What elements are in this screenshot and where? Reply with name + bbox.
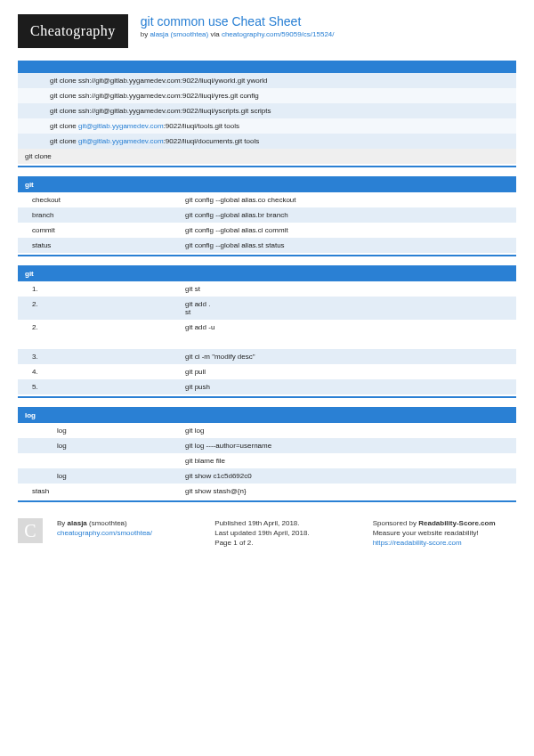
log-label: log bbox=[25, 427, 185, 435]
table-row: 2.git add -u bbox=[18, 320, 516, 349]
step-cmd: git push bbox=[185, 383, 509, 391]
table-row: statusgit config --global alias.st statu… bbox=[18, 238, 516, 253]
footer-meta-block: Published 19th April, 2018. Last updated… bbox=[214, 518, 358, 549]
section-clone: git clone ssh://git@gitlab.yygamedev.com… bbox=[18, 61, 516, 167]
table-row: loggit log bbox=[18, 423, 516, 438]
page-footer: C By alasja (smoothtea) cheatography.com… bbox=[18, 511, 516, 549]
alias-name: checkout bbox=[25, 196, 185, 204]
clone-link[interactable]: git@gitlab.yygamedev.com bbox=[78, 122, 164, 130]
page-number: Page 1 of 2. bbox=[214, 538, 358, 548]
step-num: 1. bbox=[25, 285, 185, 293]
section-git-alias: git checkoutgit config --global alias.co… bbox=[18, 176, 516, 256]
sponsor-desc: Measure your website readability! bbox=[373, 528, 516, 538]
log-label bbox=[25, 457, 185, 465]
clone-post: :9022/liuqi/tools.git tools bbox=[164, 122, 239, 130]
table-row: git blame file bbox=[18, 453, 516, 468]
table-row: commitgit config --global alias.ci commi… bbox=[18, 223, 516, 238]
clone-row: git clone git@gitlab.yygamedev.com:9022/… bbox=[18, 118, 516, 134]
step-num: 5. bbox=[25, 383, 185, 391]
clone-pre: git clone bbox=[50, 122, 78, 130]
table-row: branchgit config --global alias.br branc… bbox=[18, 207, 516, 223]
table-row: checkoutgit config --global alias.co che… bbox=[18, 192, 516, 207]
sponsor-name: Readability-Score.com bbox=[418, 519, 495, 527]
step-cmd: git pull bbox=[185, 368, 509, 376]
step-cmd: git add -u bbox=[185, 323, 509, 331]
alias-cmd: git config --global alias.br branch bbox=[185, 211, 509, 219]
alias-name: status bbox=[25, 241, 185, 249]
author-link[interactable]: alasja (smoothtea) bbox=[150, 30, 208, 38]
source-url-link[interactable]: cheatography.com/59059/cs/15524/ bbox=[222, 30, 335, 38]
section-footer-note: git clone bbox=[18, 149, 516, 164]
sponsor-label: Sponsored by bbox=[373, 519, 419, 527]
section-heading-empty bbox=[18, 61, 516, 73]
clone-text: git clone ssh://git@gitlab.yygamedev.com… bbox=[25, 107, 271, 115]
alias-cmd: git config --global alias.ci commit bbox=[185, 226, 509, 234]
alias-cmd: git config --global alias.st status bbox=[185, 241, 509, 249]
clone-row: git clone ssh://git@gitlab.yygamedev.com… bbox=[18, 103, 516, 118]
step-cmd: git st bbox=[185, 285, 509, 293]
table-row: 4.git pull bbox=[18, 364, 516, 379]
step-cmd: git ci -m "modify desc" bbox=[185, 353, 509, 361]
clone-text: git clone ssh://git@gitlab.yygamedev.com… bbox=[25, 92, 259, 100]
table-row: 5.git push bbox=[18, 379, 516, 394]
table-row: 1.git st bbox=[18, 281, 516, 297]
clone-text: git clone ssh://git@gitlab.yygamedev.com… bbox=[25, 77, 268, 85]
log-cmd: git log ----author=username bbox=[185, 442, 509, 450]
clone-row: git clone ssh://git@gitlab.yygamedev.com… bbox=[18, 88, 516, 103]
footer-author-paren: (smoothtea) bbox=[87, 519, 127, 527]
table-row: stashgit show stash@{n} bbox=[18, 484, 516, 499]
log-cmd: git blame file bbox=[185, 457, 509, 465]
log-label: log bbox=[25, 442, 185, 450]
step-num: 2. bbox=[25, 300, 185, 316]
footer-sponsor-block: Sponsored by Readability-Score.com Measu… bbox=[373, 518, 516, 549]
byline-via: via bbox=[208, 30, 222, 38]
clone-row: git clone git@gitlab.yygamedev.com:9022/… bbox=[18, 134, 516, 149]
alias-cmd: git config --global alias.co checkout bbox=[185, 196, 509, 204]
by-label: By bbox=[57, 519, 68, 527]
avatar: C bbox=[18, 518, 43, 543]
step-num: 4. bbox=[25, 368, 185, 376]
sponsor-link[interactable]: https://readability-score.com bbox=[373, 539, 462, 547]
log-cmd: git show c1c5d692c0 bbox=[185, 472, 509, 480]
table-row: 3.git ci -m "modify desc" bbox=[18, 349, 516, 364]
footer-author-block: By alasja (smoothtea) cheatography.com/s… bbox=[57, 518, 200, 549]
clone-pre: git clone bbox=[50, 137, 78, 145]
page-header: Cheatography git common use Cheat Sheet … bbox=[18, 14, 516, 48]
log-label: stash bbox=[25, 487, 185, 495]
step-num: 2. bbox=[25, 323, 185, 331]
log-label: log bbox=[25, 472, 185, 480]
section-git-steps: git 1.git st 2.git add .st 2.git add -u … bbox=[18, 265, 516, 398]
byline-prefix: by bbox=[141, 30, 150, 38]
updated-date: Last updated 19th April, 2018. bbox=[214, 528, 358, 538]
log-cmd: git show stash@{n} bbox=[185, 487, 509, 495]
log-cmd: git log bbox=[185, 427, 509, 435]
step-cmd: git add .st bbox=[185, 300, 509, 316]
published-date: Published 19th April, 2018. bbox=[214, 518, 358, 528]
section-heading: git bbox=[18, 265, 516, 281]
table-row: loggit log ----author=username bbox=[18, 438, 516, 453]
alias-name: branch bbox=[25, 211, 185, 219]
table-row: 2.git add .st bbox=[18, 297, 516, 320]
section-log: log loggit log loggit log ----author=use… bbox=[18, 407, 516, 502]
step-num: 3. bbox=[25, 353, 185, 361]
alias-name: commit bbox=[25, 226, 185, 234]
clone-row: git clone ssh://git@gitlab.yygamedev.com… bbox=[18, 73, 516, 88]
logo: Cheatography bbox=[18, 14, 128, 48]
clone-link[interactable]: git@gitlab.yygamedev.com bbox=[78, 137, 164, 145]
section-heading: git bbox=[18, 176, 516, 192]
footer-author: alasja bbox=[68, 519, 87, 527]
author-profile-link[interactable]: cheatography.com/smoothtea/ bbox=[57, 529, 152, 537]
section-heading: log bbox=[18, 407, 516, 423]
page-title: git common use Cheat Sheet bbox=[141, 14, 516, 28]
table-row: loggit show c1c5d692c0 bbox=[18, 468, 516, 484]
clone-post: :9022/liuqi/documents.git tools bbox=[164, 137, 260, 145]
byline: by alasja (smoothtea) via cheatography.c… bbox=[141, 30, 516, 38]
